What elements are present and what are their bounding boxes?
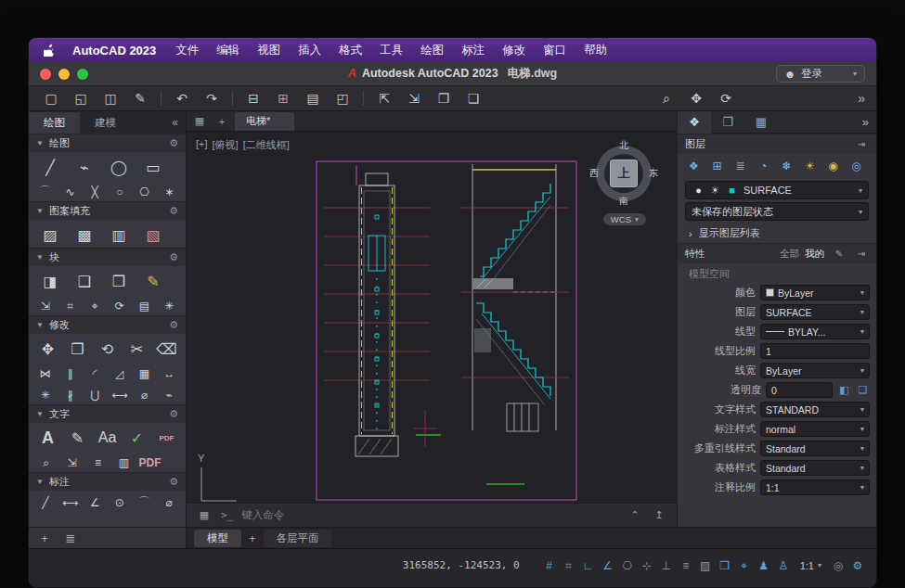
- customization-icon[interactable]: ⚙: [848, 557, 867, 574]
- layer-state-icon[interactable]: ≣: [730, 157, 751, 175]
- tab-model[interactable]: 模型: [194, 530, 241, 547]
- lineweight-display-icon[interactable]: ≡: [677, 557, 695, 574]
- staircase[interactable]: [461, 164, 569, 431]
- rectangle-icon[interactable]: ▭: [137, 155, 169, 179]
- app-menu[interactable]: AutoCAD 2023: [72, 44, 156, 58]
- viewcube-south[interactable]: 南: [619, 195, 628, 208]
- property-value-dim-style[interactable]: normal▾: [760, 421, 870, 437]
- spline-icon[interactable]: ∿: [59, 183, 82, 200]
- command-input[interactable]: 键入命令: [241, 508, 284, 522]
- annotation-visibility-icon[interactable]: ♟: [755, 557, 773, 574]
- tab-layers[interactable]: ❖: [678, 111, 711, 134]
- copy-icon[interactable]: ❐: [64, 337, 91, 361]
- isolate-objects-icon[interactable]: ◎: [829, 557, 847, 574]
- login-button[interactable]: ☻ 登录 ▾: [776, 65, 865, 83]
- menu-item-edit[interactable]: 编辑: [216, 43, 239, 58]
- drawing-viewport[interactable]: [+] [俯视] [二维线框] 北 南 西 东 上 WCS ▾: [187, 132, 677, 503]
- section-gear-icon[interactable]: ⚙: [169, 137, 178, 149]
- attach-reference-icon[interactable]: ⇲: [34, 297, 57, 314]
- drawing-tab[interactable]: 电梯*: [235, 112, 294, 131]
- property-value-linetype-scale[interactable]: 1: [760, 343, 870, 359]
- save-as-icon[interactable]: ✎: [129, 88, 151, 109]
- property-value-color[interactable]: ByLayer▾: [760, 285, 870, 300]
- block-editor-icon[interactable]: ⌗: [59, 297, 82, 314]
- import-icon[interactable]: ⇱: [373, 88, 395, 109]
- view-cube[interactable]: 北 南 西 东 上: [591, 141, 656, 206]
- filter-mine[interactable]: 我的: [805, 248, 824, 261]
- move-icon[interactable]: ✥: [34, 337, 61, 361]
- text-columns-icon[interactable]: ▥: [112, 454, 136, 471]
- set-base-point-icon[interactable]: ⌖: [84, 297, 106, 314]
- justify-text-icon[interactable]: ≡: [86, 454, 110, 471]
- section-header-modify[interactable]: ▼ 修改 ⚙: [29, 315, 186, 334]
- polar-tracking-icon[interactable]: ∠: [599, 557, 617, 574]
- menu-item-tools[interactable]: 工具: [380, 43, 403, 58]
- current-layer-dropdown[interactable]: ●☀■ SURFACE ▾: [685, 181, 869, 199]
- rotate-icon[interactable]: ⟲: [94, 337, 121, 361]
- print-icon[interactable]: ⊟: [242, 88, 265, 109]
- panel-pin-icon[interactable]: ⇥: [854, 134, 869, 155]
- edit-text-icon[interactable]: ✎: [64, 426, 91, 450]
- spell-check-icon[interactable]: ✓: [123, 426, 150, 450]
- mtext-icon[interactable]: A: [34, 426, 61, 450]
- menu-item-window[interactable]: 窗口: [543, 43, 566, 58]
- erase-icon[interactable]: ⌫: [153, 337, 180, 361]
- text-style-icon[interactable]: Aa: [94, 426, 121, 450]
- viewcube-north[interactable]: 北: [619, 139, 628, 152]
- ellipse-icon[interactable]: ○: [109, 183, 131, 200]
- save-icon[interactable]: ◫: [99, 88, 122, 109]
- palette-tab-draw[interactable]: 绘图: [29, 112, 80, 134]
- transparency-pick-icon[interactable]: ◧: [837, 383, 851, 397]
- undo-icon[interactable]: ↶: [171, 88, 193, 109]
- section-header-hatch[interactable]: ▼ 图案填充 ⚙: [29, 201, 186, 220]
- toolbar-more-icon[interactable]: »: [858, 91, 865, 106]
- dim-arc-icon[interactable]: ⌒: [134, 493, 156, 511]
- grid-display-icon[interactable]: #: [540, 557, 559, 574]
- write-block-icon[interactable]: ❒: [103, 269, 135, 293]
- viewport-layout-icon[interactable]: ▦: [190, 113, 209, 130]
- add-layout-tab-icon[interactable]: +: [245, 531, 260, 545]
- arc-icon[interactable]: ⌒: [34, 183, 57, 200]
- new-file-icon[interactable]: ▢: [40, 88, 62, 109]
- layer-new-icon[interactable]: ⊞: [706, 157, 728, 175]
- section-gear-icon[interactable]: ⚙: [169, 205, 178, 217]
- recognize-text-icon[interactable]: PDF: [138, 454, 162, 471]
- layer-freeze-icon[interactable]: ❄: [776, 157, 797, 175]
- dim-diameter-icon[interactable]: ⌀: [158, 493, 180, 511]
- transparency-match-icon[interactable]: ❏: [856, 383, 870, 397]
- solid-fill-icon[interactable]: ▩: [69, 223, 100, 247]
- array-icon[interactable]: ▦: [134, 364, 156, 382]
- layer-lock-icon[interactable]: ◉: [822, 157, 844, 175]
- property-value-mleader-style[interactable]: Standard▾: [760, 441, 870, 456]
- plot-icon[interactable]: ⊞: [272, 88, 294, 109]
- object-snap-tracking-icon[interactable]: ⊹: [638, 557, 656, 574]
- trim-icon[interactable]: ✂: [123, 337, 150, 361]
- layer-unlock-icon[interactable]: ◎: [846, 157, 867, 175]
- lengthen-icon[interactable]: ⟷: [109, 386, 131, 403]
- palette-menu-icon[interactable]: ≣: [62, 528, 79, 548]
- sync-attributes-icon[interactable]: ⟳: [109, 297, 131, 314]
- property-value-linetype[interactable]: BYLAY...▾: [760, 324, 870, 339]
- gradient-fill-icon[interactable]: ▥: [103, 223, 135, 247]
- join-icon[interactable]: ⋃: [84, 386, 106, 403]
- create-block-icon[interactable]: ❑: [69, 269, 100, 293]
- menu-item-insert[interactable]: 插入: [298, 43, 321, 58]
- viewcube-top-face[interactable]: 上: [610, 160, 638, 187]
- open-file-icon[interactable]: ◱: [70, 88, 92, 109]
- break-icon[interactable]: ∦: [59, 386, 82, 403]
- palette-tab-model[interactable]: 建模: [80, 112, 131, 134]
- orbit-icon[interactable]: ⟳: [715, 88, 737, 109]
- stretch-icon[interactable]: ↔: [158, 364, 180, 382]
- ortho-mode-icon[interactable]: ∟: [579, 557, 598, 574]
- layer-on-icon[interactable]: ●: [692, 184, 705, 198]
- point-icon[interactable]: ∗: [158, 183, 180, 200]
- section-gear-icon[interactable]: ⚙: [169, 319, 178, 331]
- menu-item-dimension[interactable]: 标注: [461, 43, 485, 58]
- command-history-chevron-icon[interactable]: ⌃: [627, 505, 643, 526]
- explode-icon[interactable]: ✳: [34, 386, 57, 403]
- menu-item-format[interactable]: 格式: [339, 43, 362, 58]
- hatch-boundary-icon[interactable]: ▧: [137, 223, 169, 247]
- collapse-panel-icon[interactable]: «: [172, 116, 178, 129]
- show-layer-list[interactable]: › 显示图层列表: [678, 224, 876, 243]
- edit-polyline-icon[interactable]: ⌁: [158, 386, 180, 403]
